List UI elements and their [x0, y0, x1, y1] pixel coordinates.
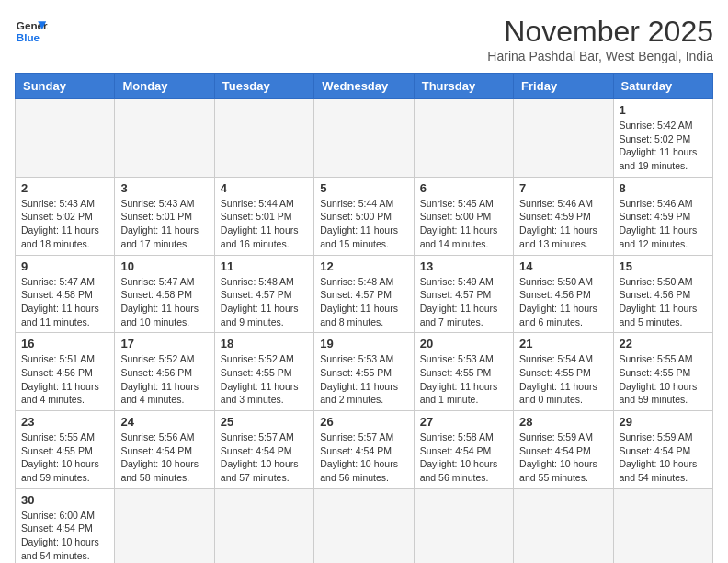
day-number: 2	[21, 181, 108, 195]
calendar-week-5: 23Sunrise: 5:55 AM Sunset: 4:55 PM Dayli…	[16, 411, 713, 489]
day-header-sunday: Sunday	[16, 74, 115, 99]
day-info: Sunrise: 5:59 AM Sunset: 4:54 PM Dayligh…	[620, 431, 707, 485]
calendar-week-2: 2Sunrise: 5:43 AM Sunset: 5:02 PM Daylig…	[16, 177, 713, 255]
day-header-monday: Monday	[115, 74, 214, 99]
calendar-cell: 29Sunrise: 5:59 AM Sunset: 4:54 PM Dayli…	[613, 411, 712, 489]
day-info: Sunrise: 5:49 AM Sunset: 4:57 PM Dayligh…	[420, 275, 507, 329]
day-number: 29	[620, 415, 707, 429]
calendar-cell: 21Sunrise: 5:54 AM Sunset: 4:55 PM Dayli…	[514, 333, 613, 411]
calendar-cell: 7Sunrise: 5:46 AM Sunset: 4:59 PM Daylig…	[514, 177, 613, 255]
day-number: 4	[221, 181, 308, 195]
day-number: 21	[519, 337, 607, 350]
day-number: 26	[320, 415, 407, 429]
calendar-cell	[214, 99, 313, 178]
calendar-cell: 9Sunrise: 5:47 AM Sunset: 4:58 PM Daylig…	[16, 255, 115, 333]
day-header-saturday: Saturday	[613, 74, 712, 99]
calendar-cell: 15Sunrise: 5:50 AM Sunset: 4:56 PM Dayli…	[613, 255, 712, 333]
day-number: 8	[620, 181, 707, 195]
calendar-cell: 2Sunrise: 5:43 AM Sunset: 5:02 PM Daylig…	[16, 177, 115, 255]
day-info: Sunrise: 5:46 AM Sunset: 4:59 PM Dayligh…	[620, 197, 707, 251]
day-info: Sunrise: 5:43 AM Sunset: 5:02 PM Dayligh…	[21, 197, 108, 251]
calendar-cell: 13Sunrise: 5:49 AM Sunset: 4:57 PM Dayli…	[414, 255, 513, 333]
calendar-cell	[613, 488, 712, 563]
calendar-cell: 24Sunrise: 5:56 AM Sunset: 4:54 PM Dayli…	[115, 411, 214, 489]
calendar-cell	[414, 488, 513, 563]
calendar-week-6: 30Sunrise: 6:00 AM Sunset: 4:54 PM Dayli…	[16, 488, 713, 563]
day-header-friday: Friday	[514, 74, 613, 99]
day-info: Sunrise: 5:47 AM Sunset: 4:58 PM Dayligh…	[21, 275, 108, 329]
calendar-cell: 8Sunrise: 5:46 AM Sunset: 4:59 PM Daylig…	[613, 177, 712, 255]
calendar-header-row: SundayMondayTuesdayWednesdayThursdayFrid…	[16, 74, 713, 99]
calendar-cell: 14Sunrise: 5:50 AM Sunset: 4:56 PM Dayli…	[514, 255, 613, 333]
calendar-cell: 28Sunrise: 5:59 AM Sunset: 4:54 PM Dayli…	[514, 411, 613, 489]
calendar-week-1: 1Sunrise: 5:42 AM Sunset: 5:02 PM Daylig…	[16, 99, 713, 178]
svg-text:Blue: Blue	[17, 31, 40, 43]
day-number: 10	[120, 259, 208, 273]
calendar-week-4: 16Sunrise: 5:51 AM Sunset: 4:56 PM Dayli…	[16, 333, 713, 411]
calendar-cell: 19Sunrise: 5:53 AM Sunset: 4:55 PM Dayli…	[314, 333, 414, 411]
day-info: Sunrise: 5:52 AM Sunset: 4:56 PM Dayligh…	[120, 352, 208, 407]
day-info: Sunrise: 5:48 AM Sunset: 4:57 PM Dayligh…	[320, 275, 407, 329]
day-number: 7	[519, 181, 607, 195]
day-number: 30	[21, 493, 108, 507]
day-number: 18	[221, 337, 308, 350]
day-number: 25	[221, 415, 308, 429]
calendar-cell: 11Sunrise: 5:48 AM Sunset: 4:57 PM Dayli…	[214, 255, 313, 333]
day-number: 23	[21, 415, 108, 429]
day-info: Sunrise: 5:57 AM Sunset: 4:54 PM Dayligh…	[221, 431, 308, 485]
calendar-cell: 1Sunrise: 5:42 AM Sunset: 5:02 PM Daylig…	[613, 99, 712, 178]
calendar-cell	[214, 488, 313, 563]
calendar-cell: 23Sunrise: 5:55 AM Sunset: 4:55 PM Dayli…	[16, 411, 115, 489]
day-number: 22	[620, 337, 707, 350]
calendar-cell	[414, 99, 513, 178]
calendar-cell: 30Sunrise: 6:00 AM Sunset: 4:54 PM Dayli…	[16, 488, 115, 563]
day-info: Sunrise: 5:56 AM Sunset: 4:54 PM Dayligh…	[120, 431, 208, 485]
calendar-cell: 18Sunrise: 5:52 AM Sunset: 4:55 PM Dayli…	[214, 333, 313, 411]
day-info: Sunrise: 5:57 AM Sunset: 4:54 PM Dayligh…	[320, 431, 407, 485]
day-number: 3	[120, 181, 208, 195]
calendar-week-3: 9Sunrise: 5:47 AM Sunset: 4:58 PM Daylig…	[16, 255, 713, 333]
calendar-cell	[115, 488, 214, 563]
day-number: 17	[120, 337, 208, 350]
day-info: Sunrise: 5:44 AM Sunset: 5:01 PM Dayligh…	[221, 197, 308, 251]
calendar-cell	[115, 99, 214, 178]
day-number: 19	[320, 337, 407, 350]
day-info: Sunrise: 5:53 AM Sunset: 4:55 PM Dayligh…	[320, 352, 407, 407]
day-info: Sunrise: 5:44 AM Sunset: 5:00 PM Dayligh…	[320, 197, 407, 251]
calendar-cell	[514, 488, 613, 563]
logo-icon: General Blue	[15, 15, 48, 48]
day-header-thursday: Thursday	[414, 74, 513, 99]
calendar-cell: 3Sunrise: 5:43 AM Sunset: 5:01 PM Daylig…	[115, 177, 214, 255]
calendar-cell: 26Sunrise: 5:57 AM Sunset: 4:54 PM Dayli…	[314, 411, 414, 489]
calendar-cell: 16Sunrise: 5:51 AM Sunset: 4:56 PM Dayli…	[16, 333, 115, 411]
day-info: Sunrise: 5:46 AM Sunset: 4:59 PM Dayligh…	[519, 197, 607, 251]
day-info: Sunrise: 5:45 AM Sunset: 5:00 PM Dayligh…	[420, 197, 507, 251]
day-info: Sunrise: 5:47 AM Sunset: 4:58 PM Dayligh…	[120, 275, 208, 329]
day-info: Sunrise: 5:48 AM Sunset: 4:57 PM Dayligh…	[221, 275, 308, 329]
calendar-cell	[314, 99, 414, 178]
calendar-cell: 20Sunrise: 5:53 AM Sunset: 4:55 PM Dayli…	[414, 333, 513, 411]
logo: General Blue	[15, 15, 48, 48]
calendar-cell: 22Sunrise: 5:55 AM Sunset: 4:55 PM Dayli…	[613, 333, 712, 411]
day-header-wednesday: Wednesday	[314, 74, 414, 99]
subtitle: Harina Pashdal Bar, West Bengal, India	[487, 49, 713, 63]
day-number: 20	[420, 337, 507, 350]
calendar-cell: 12Sunrise: 5:48 AM Sunset: 4:57 PM Dayli…	[314, 255, 414, 333]
day-number: 12	[320, 259, 407, 273]
day-number: 16	[21, 337, 108, 350]
calendar-cell: 25Sunrise: 5:57 AM Sunset: 4:54 PM Dayli…	[214, 411, 313, 489]
day-number: 9	[21, 259, 108, 273]
day-number: 27	[420, 415, 507, 429]
day-info: Sunrise: 5:55 AM Sunset: 4:55 PM Dayligh…	[620, 352, 707, 407]
day-info: Sunrise: 6:00 AM Sunset: 4:54 PM Dayligh…	[21, 509, 108, 563]
day-info: Sunrise: 5:53 AM Sunset: 4:55 PM Dayligh…	[420, 352, 507, 407]
calendar-cell	[514, 99, 613, 178]
day-number: 13	[420, 259, 507, 273]
day-info: Sunrise: 5:59 AM Sunset: 4:54 PM Dayligh…	[519, 431, 607, 485]
day-info: Sunrise: 5:43 AM Sunset: 5:01 PM Dayligh…	[120, 197, 208, 251]
calendar-cell: 4Sunrise: 5:44 AM Sunset: 5:01 PM Daylig…	[214, 177, 313, 255]
calendar-cell	[16, 99, 115, 178]
header: General Blue November 2025 Harina Pashda…	[15, 15, 713, 63]
day-number: 11	[221, 259, 308, 273]
day-info: Sunrise: 5:51 AM Sunset: 4:56 PM Dayligh…	[21, 352, 108, 407]
